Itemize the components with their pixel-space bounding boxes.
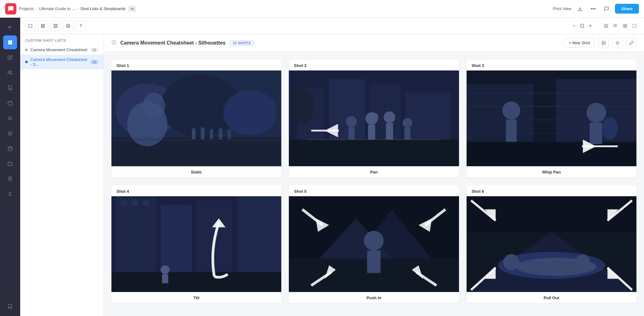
breadcrumb-project[interactable]: Ultimate Guide to ... [39,6,75,11]
svg-rect-106 [120,200,127,206]
shot-list-dot-1 [25,49,28,51]
svg-rect-4 [8,102,12,105]
download-icon-button[interactable] [575,4,585,14]
svg-point-75 [346,116,357,127]
main-content: Camera Movement Cheatsheet - Silhouettes… [104,34,644,316]
svg-point-110 [161,265,170,274]
shot-label-2: Pan [289,166,459,178]
sidebar-folder-button[interactable] [3,157,17,171]
sidebar-edit-button[interactable] [3,51,17,64]
view-medium-grid[interactable] [621,21,629,30]
chat-button[interactable] [602,4,611,14]
svg-rect-9 [8,147,12,151]
tool-grid[interactable] [38,21,48,31]
toolbar-row: ? − + [20,18,644,34]
shot-number-1: Shot 1 [111,59,281,70]
header-link-button[interactable] [626,38,636,48]
svg-point-117 [364,231,384,250]
svg-point-98 [601,117,617,140]
svg-point-82 [402,118,412,128]
breadcrumb-sep1: › [36,6,37,11]
tool-frame[interactable] [25,21,35,31]
svg-point-50 [603,42,603,43]
print-view-button[interactable]: Print View [553,6,571,11]
breadcrumb-projects[interactable]: Projects [19,6,34,11]
svg-rect-107 [132,200,138,206]
shot-list-header: Camera Movement Cheatsheet - Silhouettes… [104,34,644,52]
sidebar-back-button[interactable] [3,20,17,34]
svg-rect-33 [616,24,617,25]
svg-rect-20 [41,26,43,27]
svg-point-133 [576,254,589,267]
zoom-in-button[interactable]: + [587,22,594,30]
svg-rect-62 [201,127,204,139]
sidebar-list-button[interactable] [3,111,17,125]
shot-image-4[interactable] [111,196,281,292]
svg-rect-2 [8,43,10,44]
app-logo[interactable] [5,3,16,15]
shot-label-3: Whip Pan [467,166,636,178]
header-image-button[interactable] [599,38,609,48]
shot-number-2: Shot 2 [289,59,459,70]
svg-rect-35 [615,25,616,26]
view-single[interactable] [630,21,639,30]
svg-rect-61 [192,128,195,139]
view-small-grid[interactable] [611,21,620,30]
svg-rect-108 [143,200,149,206]
zoom-controls: − + [570,22,594,30]
tool-settings[interactable] [63,21,73,31]
shot-image-1[interactable] [111,70,281,166]
svg-rect-78 [368,125,375,140]
list-icon [111,40,116,46]
sidebar-journal-button[interactable] [3,300,17,313]
svg-rect-65 [228,130,231,140]
svg-rect-95 [506,119,516,142]
version-badge[interactable]: v6 [128,6,136,12]
sidebar-location-button[interactable] [3,172,17,186]
svg-point-72 [291,88,313,124]
shot-card-4: Shot 4 [111,185,281,303]
svg-rect-36 [616,25,617,26]
share-button[interactable]: Share [615,4,639,14]
svg-rect-29 [605,26,606,27]
svg-rect-37 [614,26,614,27]
shot-card-3: Shot 3 [467,59,636,178]
sidebar-clapper-button[interactable] [3,96,17,110]
more-options-button[interactable]: ••• [588,4,598,14]
tool-columns[interactable] [51,21,61,31]
shot-list-item-1[interactable]: Camera Movement Cheatsheet 15 [20,45,104,55]
svg-rect-39 [616,26,617,27]
sidebar-star-button[interactable] [3,126,17,140]
top-navigation: Projects › Ultimate Guide to ... › Shot … [0,0,644,18]
svg-rect-3 [10,43,12,44]
svg-rect-30 [606,26,608,27]
shot-count-2: 15 [90,60,98,64]
svg-point-96 [586,103,606,123]
shot-card-6: Shot 6 [467,185,636,303]
shot-image-6[interactable] [467,196,636,292]
svg-rect-38 [615,26,616,27]
sidebar-storyboard-button[interactable] [3,35,17,49]
shot-image-2[interactable] [289,70,459,166]
sidebar-settings-button[interactable] [3,187,17,201]
shots-count-badge: 15 SHOTS [229,40,254,46]
sidebar-book-button[interactable] [3,81,17,95]
shot-list-item-2[interactable]: Camera Movement Cheatsheet - S... 15 [20,55,104,69]
svg-rect-22 [54,24,57,27]
sidebar-people-button[interactable] [3,66,17,80]
header-list-button[interactable] [612,38,623,48]
svg-rect-63 [210,129,213,139]
sidebar-calendar-button[interactable] [3,142,17,155]
svg-rect-17 [29,24,32,27]
tool-help[interactable]: ? [76,21,86,31]
shot-label-5: Push In [289,292,459,303]
new-shot-button[interactable]: + New Shot [564,38,595,48]
svg-point-60 [143,93,165,119]
shot-number-6: Shot 6 [467,185,636,196]
view-large-grid[interactable] [602,21,611,30]
shot-card-1: Shot 1 [111,59,281,178]
svg-rect-31 [614,24,614,25]
shot-image-3[interactable] [467,70,636,166]
shot-image-5[interactable] [289,196,459,292]
zoom-out-button[interactable]: − [570,22,578,30]
